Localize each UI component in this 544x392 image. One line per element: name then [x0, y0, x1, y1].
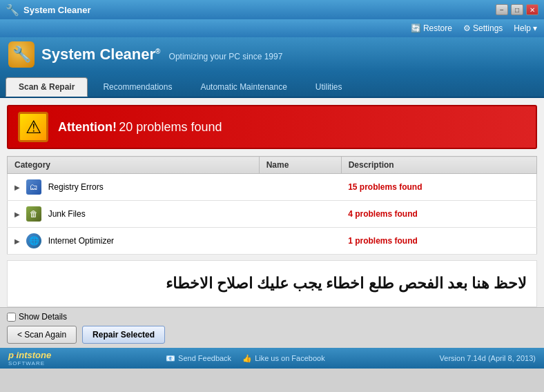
restore-button[interactable]: □ — [511, 4, 523, 15]
row-category-internet: ▶ 🌐 Internet Optimizer — [8, 228, 260, 255]
tab-recommendations[interactable]: Recommendations — [90, 77, 185, 97]
show-details-row: Show Details — [7, 312, 537, 322]
row-name-junk — [259, 201, 341, 228]
row-category-registry: ▶ 🗂 Registry Errors — [8, 174, 260, 201]
tab-automatic-maintenance-label: Automatic Maintenance — [200, 82, 286, 92]
col-name: Name — [259, 157, 341, 174]
internet-label: Internet Optimizer — [48, 236, 114, 246]
feedback-label: Send Feedback — [178, 354, 231, 362]
scan-again-button[interactable]: < Scan Again — [7, 326, 77, 344]
titlebar-left: 🔧 System Cleaner — [6, 3, 91, 17]
show-details-checkbox[interactable] — [7, 313, 16, 322]
attention-section: ⚠ Attention! 20 problems found — [0, 98, 544, 156]
table-section: Category Name Description ▶ 🗂 Registry E… — [0, 156, 544, 307]
attention-label: Attention! — [58, 120, 117, 134]
titlebar: 🔧 System Cleaner − □ ✕ — [0, 0, 544, 19]
attention-bar: ⚠ Attention! 20 problems found — [7, 105, 537, 149]
help-chevron-icon: ▾ — [533, 23, 537, 33]
restore-icon: 🔄 — [411, 23, 421, 33]
app-title-group: System Cleaner® Optimizing your PC since… — [41, 46, 282, 63]
tab-utilities[interactable]: Utilities — [302, 77, 356, 97]
tab-automatic-maintenance[interactable]: Automatic Maintenance — [187, 77, 300, 97]
app-title: System Cleaner® — [41, 46, 165, 63]
table-header-row: Category Name Description — [8, 157, 537, 174]
table-row: ▶ 🗑 Junk Files 4 problems found — [8, 201, 537, 228]
restore-menu-item[interactable]: 🔄 Restore — [411, 23, 452, 33]
status-center: 📧 Send Feedback 👍 Like us on Facebook — [166, 354, 325, 363]
row-desc-junk: 4 problems found — [341, 201, 536, 228]
status-version: Version 7.14d (April 8, 2013) — [440, 354, 536, 362]
row-category-junk: ▶ 🗑 Junk Files — [8, 201, 260, 228]
app-logo: 🔧 — [8, 41, 35, 68]
row-desc-internet: 1 problems found — [341, 228, 536, 255]
attention-count: 20 problems found — [119, 120, 222, 134]
settings-label: Settings — [473, 23, 503, 33]
tabs-bar: Scan & Repair Recommendations Automatic … — [0, 72, 544, 98]
status-logo-group: p·intstone SOFTWARE — [8, 350, 51, 366]
row-name-registry — [259, 174, 341, 201]
feedback-icon: 📧 — [166, 354, 175, 363]
tab-recommendations-label: Recommendations — [103, 82, 172, 92]
col-description: Description — [341, 157, 536, 174]
attention-icon: ⚠ — [18, 112, 48, 142]
show-details-label: Show Details — [19, 312, 67, 322]
attention-message: Attention! 20 problems found — [58, 120, 222, 135]
app-tagline: Optimizing your PC since 1997 — [169, 52, 283, 61]
restore-label: Restore — [423, 23, 452, 33]
tab-scan-repair-label: Scan & Repair — [19, 82, 75, 92]
registry-label: Registry Errors — [48, 182, 104, 192]
tab-scan-repair[interactable]: Scan & Repair — [6, 77, 88, 97]
statusbar: p·intstone SOFTWARE 📧 Send Feedback 👍 Li… — [0, 348, 544, 369]
status-logo: p·intstone — [8, 350, 51, 360]
tab-utilities-label: Utilities — [315, 82, 342, 92]
help-menu-item[interactable]: Help ▾ — [514, 23, 537, 33]
row-name-internet — [259, 228, 341, 255]
footer-buttons: < Scan Again Repair Selected — [7, 326, 537, 344]
junk-icon: 🗑 — [26, 206, 41, 222]
facebook-link[interactable]: 👍 Like us on Facebook — [242, 354, 325, 363]
status-logo-sub: SOFTWARE — [8, 360, 45, 366]
expand-arrow-internet[interactable]: ▶ — [14, 237, 24, 245]
app-icon: 🔧 — [6, 3, 19, 17]
facebook-icon: 👍 — [242, 354, 252, 363]
main-area: ⚠ Attention! 20 problems found Category … — [0, 98, 544, 348]
facebook-label: Like us on Facebook — [255, 354, 325, 362]
titlebar-controls: − □ ✕ — [496, 4, 538, 15]
col-category: Category — [8, 157, 260, 174]
minimize-button[interactable]: − — [496, 4, 508, 15]
junk-label: Junk Files — [48, 209, 86, 219]
row-desc-registry: 15 problems found — [341, 174, 536, 201]
arabic-note: لاحظ هنا بعد الفحص طلع اخطاء يجب عليك اص… — [7, 260, 537, 307]
table-row: ▶ 🌐 Internet Optimizer 1 problems found — [8, 228, 537, 255]
expand-arrow-registry[interactable]: ▶ — [14, 184, 24, 191]
repair-selected-button[interactable]: Repair Selected — [82, 326, 165, 344]
table-row: ▶ 🗂 Registry Errors 15 problems found — [8, 174, 537, 201]
app-trademark: ® — [155, 48, 160, 55]
help-label: Help — [514, 23, 531, 33]
feedback-link[interactable]: 📧 Send Feedback — [166, 354, 231, 363]
footer-area: Show Details < Scan Again Repair Selecte… — [0, 307, 544, 348]
close-button[interactable]: ✕ — [526, 4, 538, 15]
titlebar-title: System Cleaner — [23, 5, 91, 15]
settings-icon: ⚙ — [463, 23, 471, 33]
problems-table: Category Name Description ▶ 🗂 Registry E… — [7, 156, 537, 255]
expand-arrow-junk[interactable]: ▶ — [14, 210, 24, 218]
app-logo-icon: 🔧 — [12, 46, 31, 63]
menubar: 🔄 Restore ⚙ Settings Help ▾ — [0, 19, 544, 37]
warning-icon: ⚠ — [26, 117, 41, 138]
registry-icon: 🗂 — [26, 179, 41, 195]
app-title-text: System Cleaner — [41, 46, 155, 63]
app-header: 🔧 System Cleaner® Optimizing your PC sin… — [0, 37, 544, 72]
internet-icon: 🌐 — [26, 233, 41, 248]
settings-menu-item[interactable]: ⚙ Settings — [463, 23, 503, 33]
